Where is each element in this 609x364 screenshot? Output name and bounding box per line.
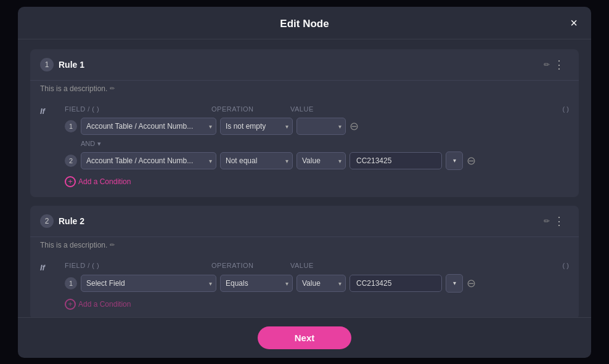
rule-2-menu-button[interactable]: ⋮	[550, 213, 569, 229]
rule-1-desc-edit-icon[interactable]: ✏	[110, 85, 115, 92]
value-type-select-1-1[interactable]	[296, 118, 346, 135]
rule-2-condition-1: 1 Select Field Account Table / Account N…	[65, 274, 569, 293]
rule-2-body: If FIELD / ( ) Operation Value ( )	[30, 256, 579, 317]
rule-2-if-row: If FIELD / ( ) Operation Value ( )	[40, 262, 569, 311]
remove-condition-1-1-button[interactable]: ⊖	[349, 121, 359, 132]
operation-select-wrapper-1-2: Not equal Equals Is not empty Is empty	[220, 152, 293, 169]
rule-1-conditions-area: FIELD / ( ) Operation Value ( ) 1	[65, 105, 569, 188]
field-select-wrapper-1-2: Account Table / Account Numb...	[81, 152, 216, 169]
operation-select-2-1[interactable]: Equals Not equal Is not empty Is empty	[220, 275, 293, 292]
rule-1-condition-1: 1 Account Table / Account Numb... Is not…	[65, 118, 569, 135]
rule-1-col-headers: FIELD / ( ) Operation Value ( )	[65, 105, 569, 113]
add-condition-label-2: Add a Condition	[78, 300, 131, 309]
rule-2-if-label: If	[40, 262, 59, 272]
add-condition-plus-icon-2: +	[65, 299, 76, 310]
field-select-2-1[interactable]: Select Field Account Table / Account Num…	[81, 275, 216, 292]
col-header-parens: ( )	[563, 105, 569, 113]
modal-footer: Next	[18, 317, 591, 358]
rule-1-condition-2: 2 Account Table / Account Numb... Not eq…	[65, 152, 569, 170]
value-arrow-btn-2-1[interactable]: ▾	[446, 274, 463, 293]
rule-2-badge: 2	[40, 214, 54, 228]
rule-card-1: 1 Rule 1 ✏ ⋮ This is a description. ✏ If	[30, 49, 579, 197]
rule-1-title: Rule 1	[59, 60, 541, 70]
rule-card-2: 2 Rule 2 ✏ ⋮ This is a description. ✏ If	[30, 206, 579, 317]
rule-1-if-label: If	[40, 105, 59, 116]
field-select-1-1[interactable]: Account Table / Account Numb...	[81, 118, 216, 135]
col-header-field: FIELD / ( )	[65, 105, 206, 113]
and-divider-1: AND ▾	[81, 140, 569, 148]
rule-1-edit-icon[interactable]: ✏	[544, 60, 550, 69]
rule-2-desc-edit-icon[interactable]: ✏	[110, 241, 115, 248]
rule-1-if-row: If FIELD / ( ) Operation Value ( )	[40, 105, 569, 188]
condition-2-badge: 2	[65, 155, 77, 167]
operation-select-wrapper-1-1: Is not empty Is empty Equals Not equal	[220, 118, 293, 135]
operation-select-wrapper-2-1: Equals Not equal Is not empty Is empty	[220, 275, 293, 292]
add-condition-label-1: Add a Condition	[78, 177, 131, 186]
field-select-1-2[interactable]: Account Table / Account Numb...	[81, 152, 216, 169]
next-button[interactable]: Next	[258, 326, 352, 349]
rule-1-menu-button[interactable]: ⋮	[550, 57, 569, 73]
modal-overlay: Edit Node × 1 Rule 1 ✏ ⋮ This is a descr…	[0, 0, 609, 364]
and-chevron[interactable]: ▾	[97, 140, 101, 148]
edit-node-modal: Edit Node × 1 Rule 1 ✏ ⋮ This is a descr…	[18, 7, 591, 358]
modal-header: Edit Node ×	[18, 7, 591, 39]
operation-select-1-2[interactable]: Not equal Equals Is not empty Is empty	[220, 152, 293, 169]
remove-condition-2-1-button[interactable]: ⊖	[467, 278, 476, 289]
add-condition-plus-icon-1: +	[65, 176, 76, 187]
col-header-value-2: Value	[290, 262, 340, 269]
col-header-value: Value	[290, 105, 340, 113]
field-select-wrapper-1-1: Account Table / Account Numb...	[81, 118, 216, 135]
value-type-select-1-2[interactable]: Value	[296, 152, 346, 169]
condition-1-badge: 1	[65, 120, 77, 132]
condition-2-1-badge: 1	[65, 277, 77, 289]
rule-1-description: This is a description. ✏	[30, 81, 579, 99]
operation-select-1-1[interactable]: Is not empty Is empty Equals Not equal	[220, 118, 293, 135]
col-header-operation: Operation	[211, 105, 285, 113]
add-condition-btn-1[interactable]: + Add a Condition	[65, 175, 131, 188]
modal-title: Edit Node	[280, 18, 329, 30]
add-condition-btn-2[interactable]: + Add a Condition	[65, 297, 131, 311]
rule-2-header: 2 Rule 2 ✏ ⋮	[30, 206, 579, 237]
col-header-field-2: FIELD / ( )	[65, 262, 206, 269]
and-label[interactable]: AND	[81, 140, 95, 147]
value-type-select-2-1[interactable]: Value	[296, 275, 346, 292]
close-button[interactable]: ×	[568, 14, 580, 31]
field-select-wrapper-2-1: Select Field Account Table / Account Num…	[81, 275, 216, 292]
rule-2-conditions-area: FIELD / ( ) Operation Value ( ) 1	[65, 262, 569, 311]
modal-body: 1 Rule 1 ✏ ⋮ This is a description. ✏ If	[18, 39, 591, 317]
value-type-select-wrapper-1-1	[296, 118, 346, 135]
value-input-2-1[interactable]	[349, 275, 442, 292]
value-type-select-wrapper-2-1: Value	[296, 275, 346, 292]
value-arrow-btn-1-2[interactable]: ▾	[446, 152, 463, 170]
rule-2-col-headers: FIELD / ( ) Operation Value ( )	[65, 262, 569, 269]
rule-2-edit-icon[interactable]: ✏	[544, 217, 550, 225]
value-type-select-wrapper-1-2: Value	[296, 152, 346, 169]
col-header-operation-2: Operation	[211, 262, 285, 269]
value-input-1-2[interactable]	[349, 152, 442, 169]
rule-2-title: Rule 2	[59, 216, 541, 226]
rule-1-header: 1 Rule 1 ✏ ⋮	[30, 49, 579, 81]
rule-2-description: This is a description. ✏	[30, 237, 579, 256]
remove-condition-1-2-button[interactable]: ⊖	[467, 155, 476, 166]
col-header-parens-2: ( )	[563, 262, 569, 269]
rule-1-badge: 1	[40, 58, 54, 71]
rule-1-body: If FIELD / ( ) Operation Value ( )	[30, 99, 579, 197]
